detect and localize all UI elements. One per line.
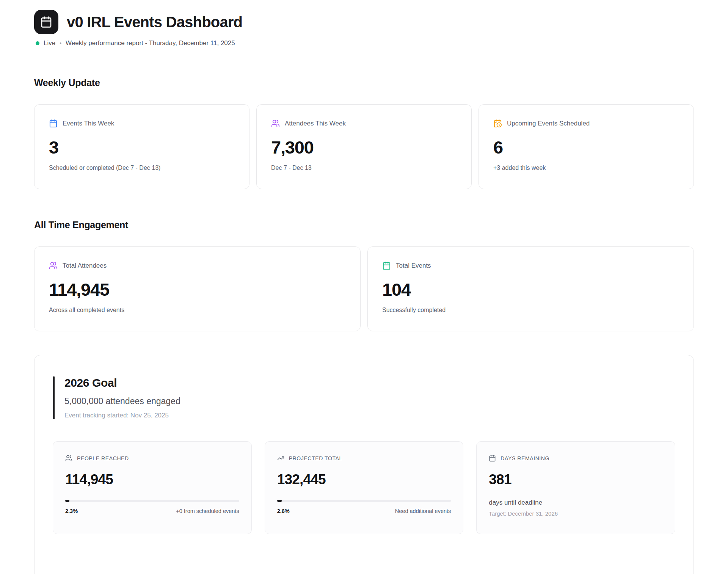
dashboard-page: v0 IRL Events Dashboard Live • Weekly pe… xyxy=(0,0,728,574)
goal-tracking-note: Event tracking started: Nov 25, 2025 xyxy=(64,412,180,419)
status-row: Live • Weekly performance report - Thurs… xyxy=(34,39,694,47)
projected-total-card: PROJECTED TOTAL 132,445 2.6% Need additi… xyxy=(265,441,464,534)
progress-bar xyxy=(65,500,239,502)
card-label: Attendees This Week xyxy=(285,120,346,127)
weekly-update-heading: Weekly Update xyxy=(34,77,694,88)
trending-up-icon xyxy=(277,455,284,462)
attendees-this-week-card: Attendees This Week 7,300 Dec 7 - Dec 13 xyxy=(256,104,472,189)
card-label-row: Total Events xyxy=(382,261,679,270)
card-value: 6 xyxy=(493,137,679,158)
card-subtext: Dec 7 - Dec 13 xyxy=(271,165,457,171)
goal-subtitle: 5,000,000 attendees engaged xyxy=(64,396,180,406)
card-subtext: Successfully completed xyxy=(382,307,679,314)
card-label: Events This Week xyxy=(63,120,114,127)
total-attendees-card: Total Attendees 114,945 Across all compl… xyxy=(34,246,361,331)
goal-stat-label-row: DAYS REMAINING xyxy=(489,455,663,462)
separator-dot: • xyxy=(60,40,61,46)
card-label-row: Upcoming Events Scheduled xyxy=(493,119,679,128)
card-subtext: Scheduled or completed (Dec 7 - Dec 13) xyxy=(49,165,235,171)
goal-header: 2026 Goal 5,000,000 attendees engaged Ev… xyxy=(53,376,675,419)
card-value: 104 xyxy=(382,279,679,300)
live-label: Live xyxy=(44,39,55,47)
goal-stats-row: PEOPLE REACHED 114,945 2.3% +0 from sche… xyxy=(53,441,675,534)
total-events-card: Total Events 104 Successfully completed xyxy=(367,246,694,331)
goal-accent-bar xyxy=(53,376,55,419)
deadline-target: Target: December 31, 2026 xyxy=(489,510,663,517)
calendar-icon xyxy=(489,455,496,462)
calendar-clock-icon xyxy=(493,119,502,128)
card-subtext: +3 added this week xyxy=(493,165,679,171)
goal-stat-value: 381 xyxy=(489,472,663,488)
progress-percent: 2.3% xyxy=(65,508,78,514)
weekly-update-cards: Events This Week 3 Scheduled or complete… xyxy=(34,104,694,189)
users-icon xyxy=(49,261,58,270)
card-value: 3 xyxy=(49,137,235,158)
progress-note: +0 from scheduled events xyxy=(176,508,239,514)
card-label-row: Events This Week xyxy=(49,119,235,128)
upcoming-events-card: Upcoming Events Scheduled 6 +3 added thi… xyxy=(479,104,694,189)
card-label-row: Attendees This Week xyxy=(271,119,457,128)
progress-bar xyxy=(277,500,451,502)
progress-percent: 2.6% xyxy=(277,508,290,514)
goal-stat-label-row: PEOPLE REACHED xyxy=(65,455,239,462)
progress-note: Need additional events xyxy=(395,508,451,514)
goal-stat-value: 114,945 xyxy=(65,472,239,488)
app-logo xyxy=(34,10,58,34)
card-label: Total Events xyxy=(396,262,431,270)
events-this-week-card: Events This Week 3 Scheduled or complete… xyxy=(34,104,249,189)
days-remaining-card: DAYS REMAINING 381 days until deadline T… xyxy=(476,441,675,534)
goal-stat-label: PEOPLE REACHED xyxy=(77,455,129,461)
header: v0 IRL Events Dashboard xyxy=(34,10,694,34)
progress-bar-fill xyxy=(277,500,282,502)
card-label: Upcoming Events Scheduled xyxy=(507,120,590,127)
calendar-icon xyxy=(382,261,391,270)
deadline-subtext: days until deadline xyxy=(489,499,663,507)
card-subtext: Across all completed events xyxy=(49,307,346,314)
all-time-cards: Total Attendees 114,945 Across all compl… xyxy=(34,246,694,331)
page-title: v0 IRL Events Dashboard xyxy=(67,14,242,31)
card-value: 114,945 xyxy=(49,279,346,300)
goal-stat-label-row: PROJECTED TOTAL xyxy=(277,455,451,462)
goal-stat-footer: 2.6% Need additional events xyxy=(277,508,451,514)
live-indicator-dot xyxy=(36,41,39,45)
calendar-icon xyxy=(49,119,58,128)
goal-header-text: 2026 Goal 5,000,000 attendees engaged Ev… xyxy=(64,376,180,419)
users-icon xyxy=(65,455,72,462)
progress-bar-fill xyxy=(65,500,69,502)
goal-stat-footer: 2.3% +0 from scheduled events xyxy=(65,508,239,514)
goal-divider xyxy=(53,558,675,558)
people-reached-card: PEOPLE REACHED 114,945 2.3% +0 from sche… xyxy=(53,441,252,534)
report-subtitle: Weekly performance report - Thursday, De… xyxy=(66,39,235,47)
goal-title: 2026 Goal xyxy=(64,376,180,389)
card-value: 7,300 xyxy=(271,137,457,158)
card-label: Total Attendees xyxy=(63,262,107,270)
card-label-row: Total Attendees xyxy=(49,261,346,270)
calendar-icon xyxy=(40,16,52,28)
goal-stat-value: 132,445 xyxy=(277,472,451,488)
goal-stat-label: PROJECTED TOTAL xyxy=(289,455,342,461)
goal-card: 2026 Goal 5,000,000 attendees engaged Ev… xyxy=(34,355,694,574)
goal-stat-label: DAYS REMAINING xyxy=(500,455,549,461)
all-time-heading: All Time Engagement xyxy=(34,220,694,231)
users-icon xyxy=(271,119,280,128)
